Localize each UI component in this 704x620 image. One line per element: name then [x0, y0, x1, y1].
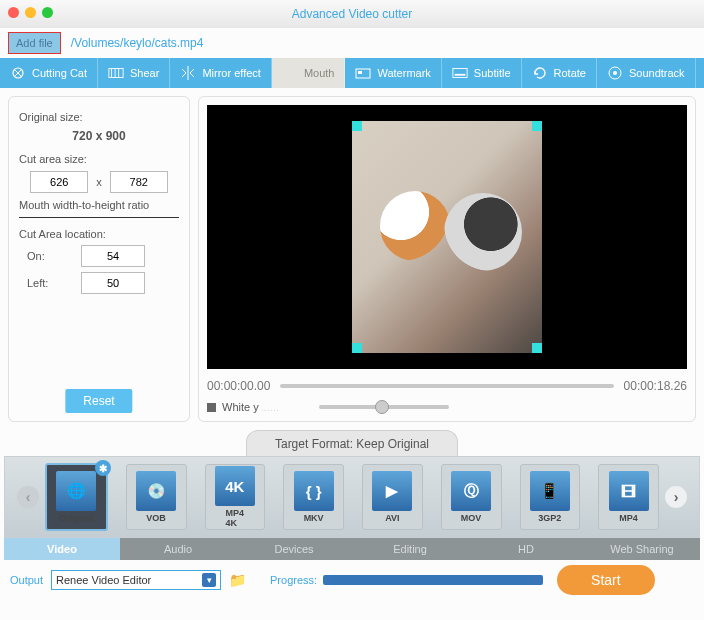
- file-path-row: Add file /Volumes/keylo/cats.mp4: [0, 28, 704, 58]
- on-input[interactable]: [81, 245, 145, 267]
- cattab-devices[interactable]: Devices: [236, 538, 352, 560]
- location-label: Cut Area location:: [19, 228, 179, 240]
- file-path: /Volumes/keylo/cats.mp4: [71, 36, 204, 50]
- format-thumb: 🌐: [56, 471, 96, 511]
- format-3gp2[interactable]: 📱3GP2: [520, 464, 581, 530]
- ratio-label: Mouth width-to-height ratio: [19, 199, 179, 211]
- toolbar-subtitle[interactable]: Subtitle: [442, 58, 522, 88]
- toolbar-mirror[interactable]: Mirror effect: [170, 58, 271, 88]
- cut-height-input[interactable]: [110, 171, 168, 193]
- toolbar-soundtrack[interactable]: Soundtrack: [597, 58, 696, 88]
- crop-handle-bl[interactable]: [352, 343, 362, 353]
- time-slider-row: 00:00:00.00 00:00:18.26: [207, 379, 687, 393]
- format-thumb: 💿: [136, 471, 176, 511]
- video-preview[interactable]: [207, 105, 687, 369]
- format-mkv[interactable]: { }MKV: [283, 464, 344, 530]
- time-slider[interactable]: [280, 384, 613, 388]
- format-mp4[interactable]: 🎞MP4: [598, 464, 659, 530]
- progress-bar: [323, 575, 543, 585]
- left-label: Left:: [19, 277, 63, 289]
- volume-slider[interactable]: [319, 405, 449, 409]
- close-icon[interactable]: [8, 7, 19, 18]
- add-file-button[interactable]: Add file: [8, 32, 61, 54]
- white-label: White y: [222, 401, 259, 413]
- folder-icon[interactable]: 📁: [229, 572, 246, 588]
- target-format-strip: Target Format: Keep Original: [8, 430, 696, 456]
- category-tabs: VideoAudioDevicesEditingHDWeb Sharing: [4, 538, 700, 560]
- format-label: MP44K: [226, 508, 245, 528]
- crop-handle-tr[interactable]: [532, 121, 542, 131]
- left-input[interactable]: [81, 272, 145, 294]
- mirror-icon: [180, 65, 196, 81]
- format-label: Original: [59, 513, 93, 523]
- format-thumb: 📱: [530, 471, 570, 511]
- shear-icon: [108, 65, 124, 81]
- cattab-hd[interactable]: HD: [468, 538, 584, 560]
- format-thumb: { }: [294, 471, 334, 511]
- main-area: Original size: 720 x 900 Cut area size: …: [0, 88, 704, 430]
- format-thumb: ▶: [372, 471, 412, 511]
- rotate-icon: [532, 65, 548, 81]
- toolbar-cutting-cat[interactable]: Cutting Cat: [0, 58, 98, 88]
- format-label: AVI: [385, 513, 399, 523]
- toolbar-label: Rotate: [554, 67, 586, 79]
- mouth-icon: [282, 65, 298, 81]
- toolbar: Cutting CatShearMirror effectMouthWaterm…: [0, 58, 704, 88]
- cattab-audio[interactable]: Audio: [120, 538, 236, 560]
- time-end: 00:00:18.26: [624, 379, 687, 393]
- toolbar-label: Subtitle: [474, 67, 511, 79]
- toolbar-mouth[interactable]: Mouth: [272, 58, 346, 88]
- cut-width-input[interactable]: [30, 171, 88, 193]
- format-next-button[interactable]: ›: [665, 486, 687, 508]
- window-controls: [8, 7, 53, 18]
- format-original[interactable]: 🌐Original✱: [45, 463, 108, 531]
- titlebar: Advanced Video cutter: [0, 0, 704, 28]
- cattab-editing[interactable]: Editing: [352, 538, 468, 560]
- window-title: Advanced Video cutter: [292, 7, 413, 21]
- output-select-value: Renee Video Editor: [56, 574, 151, 586]
- output-label: Output: [10, 574, 43, 586]
- chevron-down-icon[interactable]: ▾: [202, 573, 216, 587]
- crop-handle-tl[interactable]: [352, 121, 362, 131]
- target-format-header: Target Format: Keep Original: [246, 430, 458, 457]
- x-symbol: x: [96, 176, 102, 188]
- minimize-icon[interactable]: [25, 7, 36, 18]
- svg-point-7: [613, 71, 617, 75]
- reset-button[interactable]: Reset: [65, 389, 132, 413]
- volume-knob[interactable]: [375, 400, 389, 414]
- progress-label: Progress:: [270, 574, 317, 586]
- stop-icon[interactable]: [207, 403, 216, 412]
- format-mov[interactable]: ⓆMOV: [441, 464, 502, 530]
- original-size-value: 720 x 900: [19, 129, 179, 143]
- gear-icon[interactable]: ✱: [95, 460, 111, 476]
- crop-selection[interactable]: [352, 121, 542, 353]
- format-thumb: Ⓠ: [451, 471, 491, 511]
- crop-handle-br[interactable]: [532, 343, 542, 353]
- white-row: White y ......: [207, 401, 687, 413]
- toolbar-label: Watermark: [377, 67, 430, 79]
- cut-size-label: Cut area size:: [19, 153, 179, 165]
- toolbar-label: Mirror effect: [202, 67, 260, 79]
- on-label: On:: [19, 250, 63, 262]
- toolbar-shear[interactable]: Shear: [98, 58, 170, 88]
- cut-settings-panel: Original size: 720 x 900 Cut area size: …: [8, 96, 190, 422]
- svg-rect-4: [453, 69, 467, 78]
- format-avi[interactable]: ▶AVI: [362, 464, 423, 530]
- cattab-video[interactable]: Video: [4, 538, 120, 560]
- output-select[interactable]: Renee Video Editor ▾: [51, 570, 221, 590]
- time-start: 00:00:00.00: [207, 379, 270, 393]
- format-vob[interactable]: 💿VOB: [126, 464, 187, 530]
- zoom-icon[interactable]: [42, 7, 53, 18]
- format-mp4-4k[interactable]: 4KMP44K: [205, 464, 266, 530]
- format-label: MOV: [461, 513, 482, 523]
- format-prev-button[interactable]: ‹: [17, 486, 39, 508]
- cattab-websharing[interactable]: Web Sharing: [584, 538, 700, 560]
- toolbar-watermark[interactable]: Watermark: [345, 58, 441, 88]
- start-button[interactable]: Start: [557, 565, 655, 595]
- toolbar-rotate[interactable]: Rotate: [522, 58, 597, 88]
- format-label: MKV: [304, 513, 324, 523]
- soundtrack-icon: [607, 65, 623, 81]
- toolbar-label: Mouth: [304, 67, 335, 79]
- footer: Output Renee Video Editor ▾ 📁 Progress: …: [0, 560, 704, 600]
- toolbar-label: Shear: [130, 67, 159, 79]
